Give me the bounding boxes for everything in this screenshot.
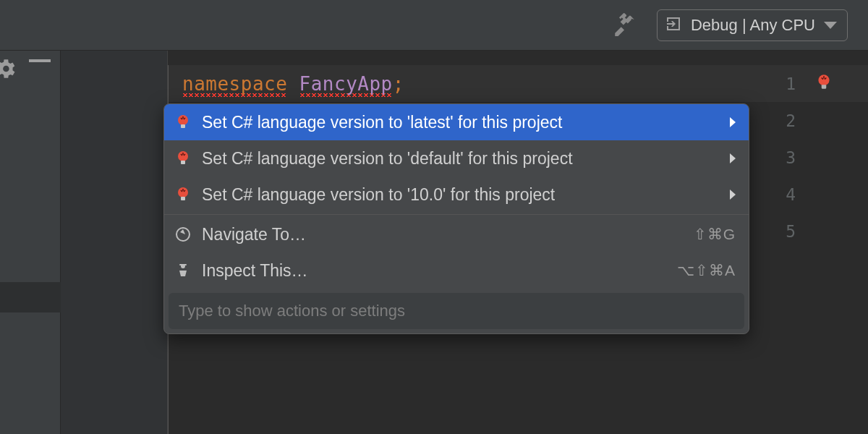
intention-item-navigate-to[interactable]: Navigate To… ⇧⌘G — [164, 216, 749, 252]
main-toolbar: Debug | Any CPU — [0, 0, 868, 51]
svg-rect-10 — [179, 264, 187, 265]
code-editor[interactable]: 1 namespace FancyApp; 2 3 4 5 Set C# lan… — [61, 51, 868, 434]
svg-rect-3 — [181, 124, 185, 128]
shortcut-hint: ⇧⌘G — [694, 226, 736, 243]
submenu-arrow-icon — [730, 117, 736, 127]
popup-separator — [164, 214, 749, 215]
bulb-icon — [173, 112, 193, 132]
line-number: 5 — [781, 222, 796, 241]
intention-item-set-lang-default[interactable]: Set C# language version to 'default' for… — [164, 140, 749, 176]
intention-item-set-lang-latest[interactable]: Set C# language version to 'latest' for … — [164, 104, 749, 140]
bulb-icon — [173, 184, 193, 205]
tool-window-tab-selected[interactable] — [0, 282, 61, 312]
intention-item-set-lang-10[interactable]: Set C# language version to '10.0' for th… — [164, 176, 749, 213]
type-name: FancyApp — [299, 73, 393, 97]
compass-icon — [173, 224, 193, 244]
build-config-selector[interactable]: Debug | Any CPU — [657, 9, 848, 41]
intention-item-label: Set C# language version to 'latest' for … — [202, 113, 730, 132]
inspector-icon — [173, 260, 193, 281]
hammer-icon[interactable] — [612, 12, 637, 39]
shortcut-hint: ⌥⇧⌘A — [677, 262, 736, 279]
tool-window-strip — [0, 51, 61, 434]
keyword-namespace: namespace — [182, 73, 287, 97]
semicolon: ; — [393, 73, 404, 95]
gear-icon[interactable] — [0, 56, 17, 84]
svg-rect-5 — [181, 161, 185, 164]
line-number: 1 — [781, 75, 796, 93]
code-line: 1 namespace FancyApp; — [61, 65, 868, 102]
minimize-icon[interactable] — [29, 59, 51, 62]
intention-item-label: Inspect This… — [202, 261, 677, 281]
code-text: namespace FancyApp; — [182, 73, 404, 95]
dropdown-arrow-icon — [824, 22, 837, 29]
line-number: 3 — [781, 148, 796, 167]
submenu-arrow-icon — [730, 190, 736, 200]
popup-search-field[interactable]: Type to show actions or settings — [169, 293, 744, 329]
intention-item-inspect-this[interactable]: Inspect This… ⌥⇧⌘A — [164, 252, 749, 289]
line-number: 4 — [781, 185, 796, 204]
intention-item-label: Set C# language version to 'default' for… — [202, 149, 730, 169]
line-number: 2 — [781, 111, 796, 130]
bulb-icon[interactable] — [814, 73, 833, 95]
svg-rect-1 — [822, 85, 827, 88]
run-config-icon — [665, 15, 682, 35]
intention-item-label: Set C# language version to '10.0' for th… — [202, 185, 730, 205]
intention-item-label: Navigate To… — [202, 225, 694, 244]
svg-rect-7 — [181, 197, 185, 200]
build-config-label: Debug | Any CPU — [691, 16, 815, 35]
submenu-arrow-icon — [730, 153, 736, 163]
intention-actions-popup: Set C# language version to 'latest' for … — [163, 103, 749, 334]
bulb-icon — [173, 148, 193, 169]
